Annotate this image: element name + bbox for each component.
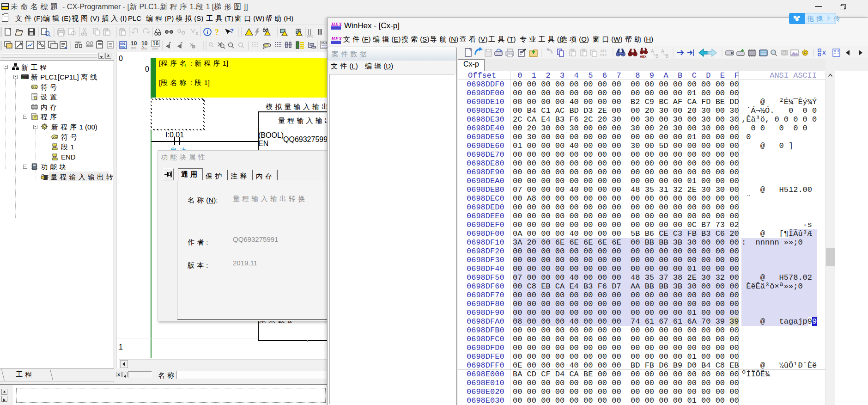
svg-text:010: 010	[600, 53, 607, 57]
svg-text:10: 10	[131, 40, 137, 47]
svg-text:?: ?	[215, 28, 219, 37]
svg-text:10: 10	[141, 40, 148, 47]
svg-text:(0/0): (0/0)	[141, 47, 147, 50]
svg-text:?: ?	[230, 27, 234, 34]
svg-text:HEX: HEX	[640, 55, 647, 58]
svg-text:B: B	[666, 54, 669, 58]
svg-text:A: A	[661, 49, 664, 54]
svg-text:A: A	[651, 49, 654, 54]
svg-text:(0/0): (0/0)	[131, 47, 136, 49]
svg-text:001: 001	[120, 42, 126, 45]
svg-text:(0/0): (0/0)	[152, 47, 158, 50]
svg-text:16: 16	[152, 40, 159, 47]
svg-text:002: 002	[120, 45, 126, 49]
svg-text:(0/0): (0/0)	[307, 34, 313, 38]
svg-text:101: 101	[600, 49, 607, 53]
svg-text:B: B	[656, 54, 659, 58]
